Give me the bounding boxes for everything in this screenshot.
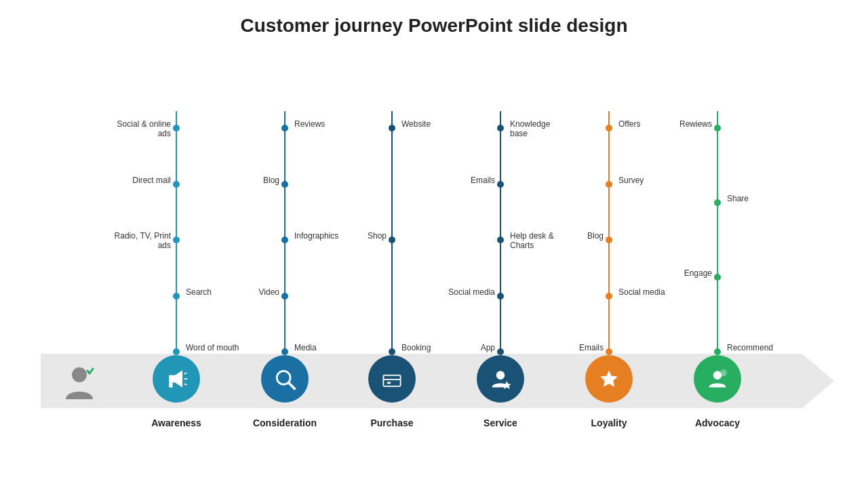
- vline-service: [500, 111, 501, 354]
- stage-label-awareness: Awareness: [151, 418, 201, 428]
- stage-label-advocacy: Advocacy: [695, 418, 740, 428]
- tp-label-advocacy-1: Share: [727, 194, 749, 203]
- tp-label-awareness-2: Radio, TV, Printads: [115, 231, 171, 250]
- dot-awareness-4: [173, 348, 180, 355]
- stage-icon-consideration: [261, 355, 309, 403]
- dot-service-4: [497, 348, 504, 355]
- tp-label-awareness-4: Word of mouth: [186, 343, 239, 352]
- svg-line-5: [184, 384, 187, 385]
- dot-service-2: [497, 237, 504, 243]
- dot-purchase-1: [389, 237, 395, 243]
- svg-rect-2: [169, 382, 172, 387]
- dot-awareness-2: [173, 237, 180, 243]
- tp-label-consideration-4: Media: [294, 343, 317, 352]
- dot-service-1: [497, 181, 504, 188]
- stage-icon-advocacy: ♪: [694, 355, 741, 403]
- dot-consideration-3: [281, 293, 288, 300]
- vline-consideration: [284, 111, 285, 354]
- dot-consideration-2: [281, 237, 288, 243]
- tp-label-loyality-3: Social media: [618, 287, 665, 297]
- dot-advocacy-1: [714, 199, 721, 206]
- stage-icon-service: [477, 355, 524, 403]
- tp-label-advocacy-0: Rewiews: [679, 119, 712, 129]
- tp-label-service-2: Help desk &Charts: [510, 231, 554, 250]
- tp-label-advocacy-2: Engage: [684, 268, 712, 278]
- tp-label-service-4: App: [481, 343, 495, 352]
- vline-advocacy: [717, 111, 718, 354]
- dot-loyality-2: [606, 237, 612, 243]
- stage-label-service: Service: [484, 418, 517, 428]
- svg-rect-10: [387, 382, 391, 384]
- dot-consideration-1: [281, 181, 288, 188]
- svg-line-3: [184, 373, 187, 374]
- vline-purchase: [391, 111, 393, 354]
- tp-label-awareness-0: Social & onlineads: [117, 119, 171, 138]
- tp-label-purchase-2: Booking: [401, 343, 431, 352]
- tp-label-service-0: Knowledgebase: [510, 119, 550, 138]
- dot-awareness-0: [173, 125, 180, 131]
- dot-awareness-3: [173, 293, 180, 300]
- svg-point-0: [72, 367, 87, 382]
- dot-purchase-2: [389, 348, 395, 355]
- tp-label-consideration-3: Video: [259, 287, 279, 297]
- tp-label-loyality-2: Blog: [587, 231, 604, 241]
- dot-advocacy-3: [714, 348, 721, 355]
- tp-label-awareness-1: Direct mail: [132, 176, 171, 185]
- tp-label-loyality-1: Survey: [618, 176, 644, 185]
- dot-consideration-0: [281, 125, 288, 131]
- stage-label-loyality: Loyality: [591, 418, 627, 428]
- dot-consideration-4: [281, 348, 288, 355]
- tp-label-consideration-0: Reviews: [294, 119, 325, 129]
- dot-loyality-1: [606, 181, 612, 188]
- tp-label-purchase-0: Website: [401, 119, 431, 129]
- svg-rect-8: [383, 375, 400, 386]
- stage-icon-awareness: [153, 355, 200, 403]
- vline-loyality: [608, 111, 610, 354]
- stage-label-purchase: Purchase: [370, 418, 413, 428]
- svg-point-11: [496, 371, 505, 380]
- tp-label-purchase-1: Shop: [368, 231, 387, 241]
- dot-purchase-0: [389, 125, 395, 131]
- dot-awareness-1: [173, 181, 180, 188]
- tp-label-advocacy-3: Recommend: [727, 343, 773, 352]
- dot-loyality-3: [606, 293, 612, 300]
- stage-icon-loyality: [585, 355, 633, 403]
- dot-advocacy-2: [714, 274, 721, 281]
- tp-label-service-1: Emails: [471, 176, 495, 185]
- svg-line-7: [288, 382, 294, 388]
- stage-icon-purchase: [368, 355, 416, 403]
- dot-service-3: [497, 293, 504, 300]
- tp-label-loyality-4: Emails: [579, 343, 604, 352]
- tp-label-service-3: Social media: [448, 287, 495, 297]
- dot-loyality-4: [606, 348, 612, 355]
- dot-service-0: [497, 125, 504, 131]
- person-icon: [64, 365, 94, 403]
- tp-label-consideration-1: Blog: [263, 176, 279, 185]
- diagram-area: AwarenessSocial & onlineadsDirect mailRa…: [0, 43, 868, 464]
- stage-label-consideration: Consideration: [253, 418, 317, 428]
- title: Customer journey PowerPoint slide design: [0, 0, 868, 43]
- dot-advocacy-0: [714, 125, 721, 131]
- dot-loyality-0: [606, 125, 612, 131]
- svg-text:♪: ♪: [722, 371, 724, 375]
- vline-awareness: [176, 111, 177, 354]
- tp-label-awareness-3: Search: [186, 287, 212, 297]
- tp-label-consideration-2: Infographics: [294, 231, 338, 241]
- tp-label-loyality-0: Offers: [618, 119, 640, 129]
